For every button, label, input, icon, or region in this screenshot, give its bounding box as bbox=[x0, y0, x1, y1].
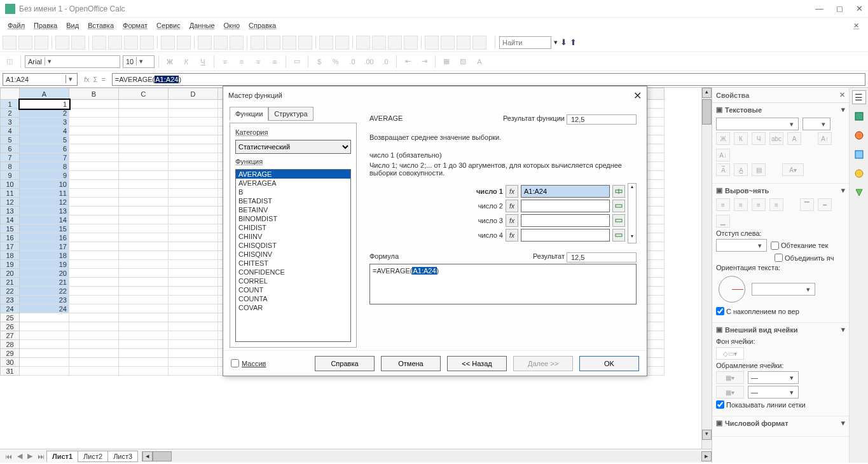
ok-button[interactable]: OK bbox=[579, 356, 639, 371]
help-button[interactable]: Справка bbox=[315, 356, 375, 371]
cell[interactable] bbox=[69, 118, 119, 126]
cell[interactable] bbox=[69, 296, 119, 304]
cell[interactable] bbox=[69, 313, 119, 322]
function-list-item[interactable]: CONFIDENCE bbox=[236, 268, 350, 276]
align-center-icon[interactable]: ≡ bbox=[235, 55, 249, 69]
row-header[interactable]: 15 bbox=[1, 224, 20, 233]
arg4-fx-icon[interactable]: fx bbox=[506, 229, 518, 242]
find-dropdown-icon[interactable]: ▾ bbox=[554, 38, 558, 46]
tab-structure[interactable]: Структура bbox=[268, 107, 313, 121]
delete-rows-icon[interactable] bbox=[457, 36, 471, 50]
align-justify-icon[interactable]: ≡ bbox=[268, 55, 282, 69]
arg2-input[interactable] bbox=[521, 200, 610, 212]
sheet-tab-1[interactable]: Лист1 bbox=[46, 451, 78, 462]
horizontal-scrollbar[interactable]: ◂▸ bbox=[142, 451, 712, 461]
chevron-right-icon[interactable]: ▣ bbox=[716, 419, 722, 427]
cell[interactable] bbox=[119, 224, 169, 233]
borders-icon[interactable]: ▦ bbox=[439, 55, 453, 69]
function-list-item[interactable]: COVAR bbox=[236, 303, 350, 312]
row-header[interactable]: 4 bbox=[1, 126, 20, 135]
valign-middle-icon[interactable]: ━ bbox=[818, 198, 832, 211]
deck-functions-icon[interactable] bbox=[852, 167, 866, 181]
cell[interactable]: 19 bbox=[20, 260, 69, 269]
row-header[interactable]: 16 bbox=[1, 233, 20, 242]
row-header[interactable]: 25 bbox=[1, 313, 20, 322]
row-header[interactable]: 5 bbox=[1, 135, 20, 144]
prop-super-icon[interactable]: A↑ bbox=[818, 132, 832, 145]
cell[interactable] bbox=[169, 171, 218, 180]
cell[interactable] bbox=[169, 153, 218, 162]
cell[interactable] bbox=[119, 233, 169, 242]
cell[interactable] bbox=[20, 322, 69, 331]
gallery-icon[interactable] bbox=[282, 36, 296, 50]
orientation-dropdown[interactable]: ▾ bbox=[752, 283, 815, 296]
cell[interactable] bbox=[119, 189, 169, 198]
cell[interactable] bbox=[169, 349, 218, 358]
merge-cells-icon[interactable]: ▭ bbox=[290, 55, 304, 69]
stacked-checkbox[interactable] bbox=[716, 307, 724, 315]
cell[interactable] bbox=[119, 313, 169, 322]
row-header[interactable]: 24 bbox=[1, 304, 20, 313]
deck-gallery-icon[interactable] bbox=[852, 128, 866, 142]
cell[interactable] bbox=[169, 189, 218, 198]
align-left-icon[interactable]: ≡ bbox=[218, 55, 232, 69]
font-size-combo[interactable]: 10▾ bbox=[123, 55, 155, 68]
cell[interactable] bbox=[69, 304, 119, 313]
cell[interactable] bbox=[69, 109, 119, 118]
styles-icon[interactable]: ◫ bbox=[3, 55, 17, 69]
align-right-icon[interactable]: ≡ bbox=[251, 55, 265, 69]
equals-icon[interactable]: = bbox=[101, 76, 105, 83]
prop-shadow-icon[interactable]: A bbox=[787, 132, 801, 145]
cell[interactable] bbox=[119, 215, 169, 224]
prop-underline-icon[interactable]: Ч bbox=[752, 132, 766, 145]
font-name-dropdown[interactable]: ▾ bbox=[716, 118, 799, 130]
args-scrollbar[interactable]: ▴▾ bbox=[628, 183, 637, 243]
spellcheck-icon[interactable] bbox=[356, 36, 370, 50]
cell[interactable] bbox=[169, 260, 218, 269]
row-header[interactable]: 13 bbox=[1, 207, 20, 215]
arg2-fx-icon[interactable]: fx bbox=[506, 200, 518, 212]
row-header[interactable]: 29 bbox=[1, 349, 20, 358]
cell[interactable]: 6 bbox=[20, 144, 69, 153]
font-name-combo[interactable]: Arial▾ bbox=[25, 55, 120, 68]
prop-font-color-icon[interactable]: A▾ bbox=[782, 163, 804, 176]
formula-input[interactable]: =AVERAGE(A1:A24) bbox=[112, 73, 865, 86]
cell[interactable] bbox=[20, 349, 69, 358]
cell[interactable] bbox=[119, 340, 169, 349]
formula-textarea[interactable]: =AVERAGE(A1:A24) bbox=[369, 264, 637, 304]
border-preset-icon[interactable]: ▦▾ bbox=[716, 371, 744, 384]
cell[interactable]: 21 bbox=[20, 278, 69, 287]
row-header[interactable]: 31 bbox=[1, 367, 20, 376]
navigator-icon[interactable] bbox=[266, 36, 280, 50]
row-header[interactable]: 1 bbox=[1, 100, 20, 109]
zoom-icon[interactable] bbox=[319, 36, 333, 50]
deck-styles-icon[interactable] bbox=[852, 109, 866, 123]
underline-icon[interactable]: Ч bbox=[196, 55, 210, 69]
function-list-item[interactable]: BETAINV bbox=[236, 205, 350, 214]
sheet-tab-3[interactable]: Лист3 bbox=[107, 451, 138, 462]
cell[interactable] bbox=[119, 269, 169, 278]
cell[interactable] bbox=[69, 349, 119, 358]
arg2-shrink-icon[interactable] bbox=[612, 200, 625, 212]
cell[interactable]: 7 bbox=[20, 153, 69, 162]
cell[interactable] bbox=[69, 260, 119, 269]
row-header[interactable]: 2 bbox=[1, 109, 20, 118]
arg1-fx-icon[interactable]: fx bbox=[506, 185, 518, 198]
cell[interactable] bbox=[169, 269, 218, 278]
cell[interactable] bbox=[119, 171, 169, 180]
insert-rows-icon[interactable] bbox=[425, 36, 439, 50]
new-icon[interactable] bbox=[3, 36, 17, 50]
function-list-item[interactable]: CHITEST bbox=[236, 259, 350, 268]
cell[interactable] bbox=[69, 100, 119, 109]
prop-shrink-font-icon[interactable]: A̲ bbox=[734, 163, 748, 176]
cell[interactable]: 14 bbox=[20, 215, 69, 224]
cell[interactable] bbox=[169, 331, 218, 340]
cell[interactable] bbox=[169, 215, 218, 224]
prop-strike-icon[interactable]: abc bbox=[769, 132, 783, 145]
halign-left-icon[interactable]: ≡ bbox=[716, 198, 730, 211]
halign-center-icon[interactable]: ≡ bbox=[734, 198, 748, 211]
cell[interactable] bbox=[119, 287, 169, 296]
cell[interactable] bbox=[119, 367, 169, 376]
cell[interactable] bbox=[169, 207, 218, 215]
deck-navigator-icon[interactable] bbox=[852, 147, 866, 161]
